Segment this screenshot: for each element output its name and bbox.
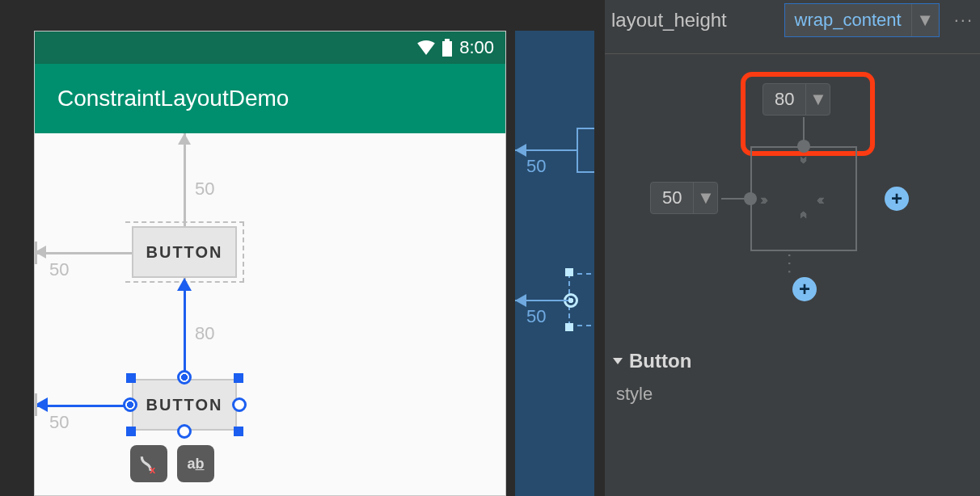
battery-icon bbox=[441, 39, 453, 57]
chevron-down-icon: ▼ bbox=[805, 84, 830, 115]
attr-label-layout-height: layout_height bbox=[611, 9, 770, 32]
arrow-up-icon bbox=[178, 133, 191, 145]
arrow-left-icon bbox=[515, 144, 526, 157]
margin-label: 50 bbox=[526, 306, 546, 327]
clock-text: 8:00 bbox=[459, 37, 494, 58]
resize-handle[interactable] bbox=[126, 373, 136, 383]
attr-label-style: style bbox=[605, 380, 980, 408]
margin-label: 50 bbox=[49, 412, 69, 433]
wifi-icon bbox=[417, 40, 435, 55]
attributes-panel: layout_height wrap_content ▼ ··· 80 ▼ 50… bbox=[605, 0, 980, 496]
margin-label: 50 bbox=[49, 259, 69, 280]
constraint-anchor-right[interactable] bbox=[232, 397, 247, 412]
button-widget-2-selected[interactable]: BUTTON bbox=[132, 379, 237, 431]
baseline-icon[interactable]: ab bbox=[177, 445, 214, 482]
margin-label: 80 bbox=[195, 323, 214, 344]
constraint-anchor-left[interactable] bbox=[123, 397, 137, 412]
chevron-down-icon: ▼ bbox=[911, 4, 939, 36]
add-constraint-right-button[interactable]: + bbox=[885, 187, 909, 211]
svg-text:x: x bbox=[150, 464, 156, 474]
wrap-content-icon: ‹‹‹ bbox=[797, 211, 812, 216]
section-button-header[interactable]: Button bbox=[605, 321, 980, 380]
resize-handle[interactable] bbox=[126, 427, 136, 436]
svg-rect-0 bbox=[442, 41, 452, 57]
margin-label: 50 bbox=[526, 156, 546, 177]
layout-height-dropdown[interactable]: wrap_content ▼ bbox=[784, 3, 940, 37]
svg-rect-1 bbox=[445, 39, 450, 41]
status-bar: 8:00 bbox=[35, 32, 505, 64]
constraint-anchor-top[interactable] bbox=[177, 370, 192, 385]
resize-handle[interactable] bbox=[234, 373, 243, 383]
app-title: ConstraintLayoutDemo bbox=[57, 86, 289, 111]
design-canvas[interactable]: 50 50 BUTTON 80 50 BUTTON bbox=[35, 133, 505, 495]
app-bar: ConstraintLayoutDemo bbox=[35, 64, 505, 133]
more-icon[interactable]: ··· bbox=[954, 10, 974, 31]
add-constraint-bottom-button[interactable]: + bbox=[792, 277, 817, 301]
arrow-up-icon bbox=[177, 278, 192, 291]
margin-top-field[interactable]: 80 ▼ bbox=[762, 83, 830, 116]
size-mode-box[interactable] bbox=[750, 146, 857, 251]
wrap-content-icon: ››› bbox=[797, 156, 812, 161]
constraint-inspector[interactable]: 80 ▼ 50 ▼ ››› ‹‹‹ ››› ‹‹‹ + ··· + bbox=[663, 78, 922, 321]
blueprint-view[interactable]: 50 50 bbox=[515, 31, 594, 496]
margin-left-field[interactable]: 50 ▼ bbox=[650, 182, 718, 214]
button-widget-1[interactable]: BUTTON bbox=[132, 226, 237, 278]
wrap-content-icon: ‹‹‹ bbox=[817, 192, 822, 207]
resize-handle[interactable] bbox=[234, 427, 243, 436]
dots-icon: ··· bbox=[779, 253, 800, 277]
arrow-left-icon bbox=[515, 294, 526, 307]
chevron-down-icon: ▼ bbox=[693, 183, 717, 213]
device-preview: 8:00 ConstraintLayoutDemo 50 50 BUTTON 8… bbox=[34, 31, 506, 496]
constraint-anchor-bottom[interactable] bbox=[177, 424, 192, 439]
clear-constraints-icon[interactable]: x bbox=[130, 445, 167, 482]
wrap-content-icon: ››› bbox=[760, 192, 765, 207]
expand-icon bbox=[613, 358, 623, 364]
margin-label: 50 bbox=[195, 179, 214, 200]
